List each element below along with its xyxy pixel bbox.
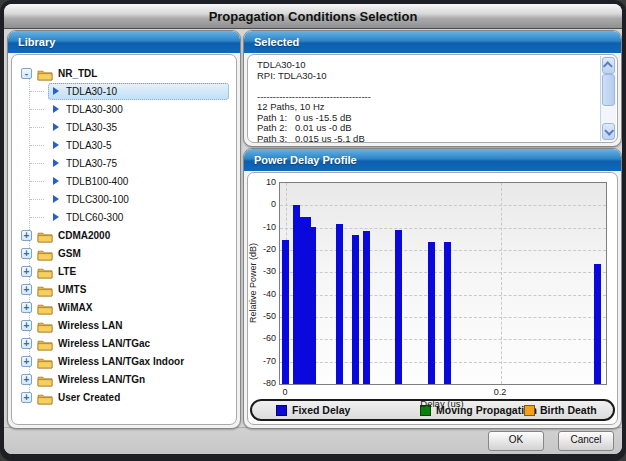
pdp-path-bar: [395, 230, 402, 384]
y-axis-label: Relative Power (dB): [247, 182, 260, 383]
play-triangle-icon: [53, 177, 59, 185]
scroll-up-icon[interactable]: [602, 57, 615, 74]
chevron-down-icon: [604, 126, 614, 136]
tree-leaf-wrap[interactable]: TDLC60-300: [48, 209, 229, 226]
tree-leaf-wrap[interactable]: TDLB100-400: [48, 173, 229, 190]
selected-description-line: Path 3: 0.015 us -5.1 dB: [257, 134, 600, 143]
tree-folder-label: WiMAX: [58, 302, 92, 313]
tree-folder-label: Wireless LAN/TGn: [58, 374, 145, 385]
play-triangle-icon: [53, 105, 59, 113]
tree-folder-item[interactable]: -NR_TDL: [12, 64, 236, 82]
tree-leaf-item[interactable]: TDLA30-75: [12, 154, 236, 172]
tree-leaf-item[interactable]: TDLA30-10: [12, 82, 236, 100]
pdp-path-bar: [428, 242, 435, 384]
expand-icon[interactable]: +: [21, 302, 32, 313]
pdp-panel-content: Relative Power (dB) Fixed DelayMoving Pr…: [247, 172, 618, 425]
y-tick-label: -70: [250, 356, 276, 366]
folder-icon: [37, 265, 53, 277]
tree-folder-item[interactable]: +Wireless LAN/TGn: [12, 370, 236, 388]
selected-description-line: TDLA30-10: [257, 60, 600, 71]
pdp-path-bar: [444, 242, 451, 384]
library-panel-content: -NR_TDLTDLA30-10TDLA30-300TDLA30-35TDLA3…: [11, 54, 237, 425]
pdp-path-bar: [282, 240, 289, 384]
pdp-path-bar: [594, 264, 601, 384]
expand-icon[interactable]: +: [21, 230, 32, 241]
pdp-path-bar: [352, 235, 359, 384]
folder-icon: [37, 229, 53, 241]
tree-leaf-item[interactable]: TDLA30-300: [12, 100, 236, 118]
tree-folder-item[interactable]: +LTE: [12, 262, 236, 280]
expand-icon[interactable]: +: [21, 248, 32, 259]
expand-icon[interactable]: +: [21, 266, 32, 277]
y-tick-label: -10: [250, 222, 276, 232]
tree-folder-item[interactable]: +Wireless LAN/TGax Indoor: [12, 352, 236, 370]
play-triangle-icon: [53, 123, 59, 131]
y-tick-label: -30: [250, 266, 276, 276]
cancel-button[interactable]: Cancel: [558, 431, 614, 451]
folder-icon: [37, 373, 53, 385]
h-gridline: [280, 205, 606, 206]
folder-icon: [37, 355, 53, 367]
legend-label: Fixed Delay: [292, 404, 350, 416]
dialog-body: Library -NR_TDLTDLA30-10TDLA30-300TDLA30…: [4, 29, 622, 427]
tree-folder-item[interactable]: +GSM: [12, 244, 236, 262]
folder-icon: [37, 319, 53, 331]
tree-leaf-label: TDLA30-5: [66, 140, 112, 151]
expand-icon[interactable]: +: [21, 374, 32, 385]
tree-folder-label: GSM: [58, 248, 81, 259]
v-gridline: [501, 183, 502, 384]
dialog-frame: Propagation Conditions Selection Library…: [0, 0, 626, 461]
collapse-icon[interactable]: -: [21, 68, 32, 79]
folder-icon: [37, 391, 53, 403]
selected-description-line: 12 Paths, 10 Hz: [257, 102, 600, 113]
legend-label: Birth Death: [540, 404, 597, 416]
tree-folder-item[interactable]: +Wireless LAN: [12, 316, 236, 334]
selected-scrollbar[interactable]: [600, 56, 616, 141]
tree-leaf-wrap[interactable]: TDLA30-35: [48, 119, 229, 136]
tree-folder-item[interactable]: +WiMAX: [12, 298, 236, 316]
expand-icon[interactable]: +: [21, 392, 32, 403]
tree-leaf-item[interactable]: TDLB100-400: [12, 172, 236, 190]
y-tick-label: -60: [250, 333, 276, 343]
tree-leaf-wrap[interactable]: TDLA30-5: [48, 137, 229, 154]
folder-icon: [37, 247, 53, 259]
tree-leaf-label: TDLA30-75: [66, 158, 117, 169]
tree-folder-label: UMTS: [58, 284, 86, 295]
tree-leaf-wrap[interactable]: TDLA30-75: [48, 155, 229, 172]
expand-icon[interactable]: +: [21, 356, 32, 367]
tree-leaf-wrap[interactable]: TDLA30-300: [48, 101, 229, 118]
tree-leaf-item[interactable]: TDLC300-100: [12, 190, 236, 208]
tree-leaf-label: TDLA30-35: [66, 122, 117, 133]
legend-swatch-icon: [276, 405, 287, 416]
ok-button[interactable]: OK: [488, 431, 544, 451]
tree-leaf-item[interactable]: TDLC60-300: [12, 208, 236, 226]
pdp-panel-title: Power Delay Profile: [254, 154, 357, 166]
legend-item: Birth Death: [524, 404, 597, 416]
scroll-down-icon[interactable]: [602, 123, 615, 140]
scrollbar-thumb[interactable]: [602, 74, 615, 106]
tree-leaf-wrap[interactable]: TDLC300-100: [48, 191, 229, 208]
tree-folder-item[interactable]: +UMTS: [12, 280, 236, 298]
tree-leaf-item[interactable]: TDLA30-35: [12, 118, 236, 136]
tree-folder-item[interactable]: +User Created: [12, 388, 236, 406]
tree-folder-item[interactable]: +Wireless LAN/TGac: [12, 334, 236, 352]
play-triangle-icon: [53, 87, 59, 95]
y-tick-label: -50: [250, 311, 276, 321]
expand-icon[interactable]: +: [21, 320, 32, 331]
selected-description-line: [257, 81, 600, 92]
pdp-chart: Relative Power (dB) Fixed DelayMoving Pr…: [248, 173, 617, 424]
play-triangle-icon: [53, 159, 59, 167]
selected-description-line: RPI: TDLA30-10: [257, 71, 600, 82]
expand-icon[interactable]: +: [21, 338, 32, 349]
tree-folder-item[interactable]: +CDMA2000: [12, 226, 236, 244]
play-triangle-icon: [53, 213, 59, 221]
play-triangle-icon: [53, 141, 59, 149]
dialog-title: Propagation Conditions Selection: [209, 9, 418, 24]
selected-panel-header: Selected: [244, 31, 621, 53]
power-delay-profile-panel: Power Delay Profile Relative Power (dB) …: [243, 148, 622, 429]
chevron-up-icon: [603, 61, 613, 71]
tree-selected-highlight[interactable]: TDLA30-10: [48, 83, 229, 100]
expand-icon[interactable]: +: [21, 284, 32, 295]
tree-leaf-item[interactable]: TDLA30-5: [12, 136, 236, 154]
y-tick-label: -40: [250, 289, 276, 299]
